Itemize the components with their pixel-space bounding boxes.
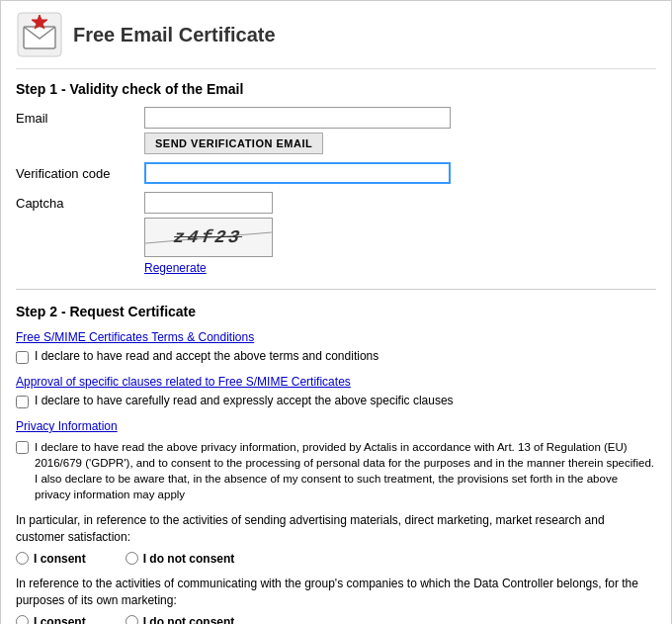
group-no-consent-label[interactable]: I do not consent	[126, 615, 235, 624]
group-consent-label[interactable]: I consent	[16, 615, 86, 624]
certificate-icon	[16, 11, 63, 58]
step1-title: Step 1 - Validity check of the Email	[16, 81, 656, 97]
approval-link[interactable]: Approval of specific clauses related to …	[16, 375, 351, 389]
privacy-text: I declare to have read the above privacy…	[35, 439, 656, 502]
privacy-link[interactable]: Privacy Information	[16, 419, 118, 433]
group-no-consent-radio[interactable]	[126, 615, 138, 624]
advertising-consent-radio[interactable]	[16, 552, 29, 565]
approval-checkbox-label: I declare to have carefully read and exp…	[35, 394, 454, 407]
divider-1	[16, 289, 656, 290]
email-input[interactable]	[144, 107, 451, 129]
advertising-no-consent-label[interactable]: I do not consent	[126, 552, 235, 566]
verification-field-container	[144, 162, 656, 184]
send-verification-button[interactable]: SEND VERIFICATION EMAIL	[144, 133, 323, 154]
approval-checkbox[interactable]	[16, 396, 29, 408]
group-paragraph: In reference to the activities of commun…	[16, 576, 656, 609]
advertising-paragraph: In particular, in reference to the activ…	[16, 512, 656, 546]
terms-link[interactable]: Free S/MIME Certificates Terms & Conditi…	[16, 330, 254, 344]
captcha-input[interactable]	[144, 192, 273, 214]
step2-title: Step 2 - Request Certificate	[16, 304, 656, 319]
advertising-no-consent-radio[interactable]	[126, 552, 138, 565]
email-field-container: SEND VERIFICATION EMAIL	[144, 107, 656, 154]
terms-checkbox-row: I declare to have read and accept the ab…	[16, 349, 656, 364]
advertising-consent-row: I consent I do not consent	[16, 552, 656, 566]
advertising-consent-label[interactable]: I consent	[16, 552, 86, 566]
step1-section: Step 1 - Validity check of the Email Ema…	[16, 81, 656, 275]
verification-row: Verification code	[16, 162, 656, 184]
email-label: Email	[16, 107, 144, 126]
approval-checkbox-row: I declare to have carefully read and exp…	[16, 394, 656, 408]
group-consent-row: I consent I do not consent	[16, 615, 656, 624]
terms-checkbox-label: I declare to have read and accept the ab…	[35, 349, 378, 363]
verification-label: Verification code	[16, 162, 144, 181]
privacy-section: Privacy Information I declare to have re…	[16, 418, 656, 502]
privacy-checkbox[interactable]	[16, 441, 29, 454]
page-title: Free Email Certificate	[73, 24, 276, 46]
captcha-label: Captcha	[16, 192, 144, 211]
group-consent-radio[interactable]	[16, 615, 29, 624]
terms-checkbox[interactable]	[16, 351, 29, 364]
regenerate-link[interactable]: Regenerate	[144, 261, 207, 275]
captcha-field-container: z4f23 Regenerate	[144, 192, 656, 275]
step2-section: Step 2 - Request Certificate Free S/MIME…	[16, 304, 656, 624]
captcha-text: z4f23	[173, 227, 244, 247]
verification-input[interactable]	[144, 162, 451, 184]
page-header: Free Email Certificate	[16, 11, 656, 69]
email-row: Email SEND VERIFICATION EMAIL	[16, 107, 656, 154]
captcha-row: Captcha z4f23 Regenerate	[16, 192, 656, 275]
captcha-image: z4f23	[144, 218, 273, 257]
privacy-checkbox-row: I declare to have read the above privacy…	[16, 439, 656, 502]
